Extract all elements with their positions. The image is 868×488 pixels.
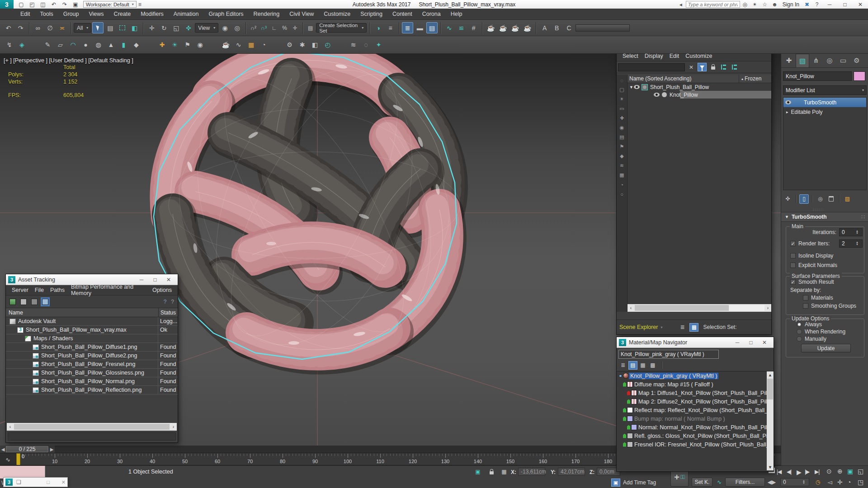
drag-dots-icon[interactable]: ∷ — [861, 214, 865, 220]
go-end-icon[interactable]: ▶| — [815, 469, 819, 475]
display-filter-icon[interactable]: ◆ — [618, 151, 627, 161]
material-label[interactable]: Normal: Normal_Knot_Pillow (Short_Plush_… — [637, 424, 774, 431]
display-filter-icon[interactable]: ☀ — [618, 94, 627, 104]
toolbar2-icon[interactable]: ∿ — [233, 39, 244, 51]
next-key-icon[interactable]: |▶ — [805, 469, 809, 475]
asset-row[interactable]: Maps / Shaders — [6, 334, 178, 343]
asset-row[interactable]: Short_Plush_Ball_Pillow_Glossiness.pngFo… — [6, 369, 178, 377]
percent-snap-icon[interactable]: % — [280, 23, 289, 33]
viewport-label[interactable]: [+ ] [Perspective ] [User Defined ] [Def… — [4, 57, 133, 64]
key-filters-button[interactable]: Filters... — [725, 478, 765, 487]
table-view-icon[interactable] — [42, 299, 48, 305]
toolbar2-icon[interactable]: ◴ — [322, 39, 333, 51]
knot-pillow-model[interactable] — [152, 54, 476, 388]
menu-select[interactable]: Select — [619, 53, 642, 59]
render-iters-checkbox[interactable]: ✓ — [790, 241, 796, 246]
expand-icon[interactable]: ▸ — [786, 110, 788, 114]
tab-modify[interactable]: ▧ — [796, 54, 809, 67]
panel-splitter[interactable]: :::::: — [813, 207, 824, 211]
menu-customize[interactable]: Customize — [319, 9, 355, 20]
isoline-checkbox[interactable] — [790, 253, 796, 258]
material-tree-row[interactable]: Refl. gloss.: Gloss_Knot_Pillow (Short_P… — [617, 432, 774, 440]
y-coordinate-field[interactable]: 42,017cm — [558, 468, 585, 476]
lock-icon[interactable] — [708, 63, 717, 71]
display-filter-icon[interactable]: ⚑ — [618, 142, 627, 151]
view-large-icons-icon[interactable]: ▩ — [648, 361, 657, 370]
material-tree-row[interactable]: Bump map: normal ( Normal Bump ) — [617, 414, 774, 423]
minimize-button[interactable]: ─ — [731, 339, 744, 346]
snap-toggle-2d-icon[interactable]: ∩² — [249, 23, 258, 33]
zoom-extents-all-icon[interactable]: ◱ — [858, 468, 863, 475]
menu-edit[interactable]: Edit — [666, 53, 683, 59]
close-button[interactable]: ✕ — [162, 277, 175, 283]
zoom-all-icon[interactable]: ⊕ — [837, 468, 843, 475]
vertical-scrollbar[interactable]: ▲ ▼ — [767, 371, 774, 470]
zoom-icon[interactable]: ⊙ — [826, 468, 832, 475]
view-list-icons-icon[interactable]: ▤ — [628, 361, 637, 370]
material-tree-row[interactable]: Map 1: Diffuse1_Knot_Pillow (Short_Plush… — [617, 389, 774, 397]
display-filter-icon[interactable]: ✚ — [618, 113, 627, 123]
menu-modifiers[interactable]: Modifiers — [136, 9, 169, 20]
material-tree-row[interactable]: Fresnel IOR: Fresnel_Knot_Pillow (Short_… — [617, 440, 774, 449]
menu-bitmap-performance[interactable]: Bitmap Performance and Memory — [68, 284, 149, 296]
spinner-snap-icon[interactable]: ✛ — [290, 23, 300, 33]
go-start-icon[interactable]: |◀ — [777, 469, 781, 475]
explorer-search-input[interactable] — [618, 63, 685, 71]
spinner-icon[interactable]: ▲▼ — [854, 241, 860, 246]
auto-key-curve-icon[interactable]: ∿ — [714, 478, 724, 487]
display-filter-icon[interactable]: ○ — [618, 189, 627, 199]
menu-create[interactable]: Create — [109, 9, 136, 20]
display-filter-icon[interactable]: ▤ — [618, 132, 627, 142]
previous-key-icon[interactable]: ◀| — [787, 469, 791, 475]
toolbar2-icon[interactable]: ✎ — [42, 39, 53, 51]
spinner-icon[interactable]: ▲▼ — [801, 480, 807, 484]
toolbar2-icon[interactable]: ▦ — [245, 39, 257, 51]
angle-snap-icon[interactable]: ∟ — [269, 23, 279, 33]
user-icon[interactable]: ☻ — [770, 1, 780, 8]
menu-tools[interactable]: Tools — [35, 9, 58, 20]
asset-name[interactable]: Short_Plush_Ball_Pillow_Diffuse2.png — [41, 352, 137, 359]
menu-options[interactable]: Options — [149, 287, 175, 293]
materials-checkbox[interactable] — [803, 295, 808, 300]
hierarchy-mode-icon[interactable]: ▩ — [689, 323, 698, 332]
bind-to-spacewarp-icon[interactable]: ≍ — [57, 22, 68, 33]
asset-row[interactable]: Short_Plush_Ball_Pillow_Normal.pngFound — [6, 377, 178, 386]
turbosmooth-rollout-header[interactable]: ▼ TurboSmooth ∷ — [781, 212, 868, 222]
render-preset-a-icon[interactable]: A — [539, 22, 550, 33]
modifier-list-dropdown[interactable]: Modifier List ▾ — [783, 85, 867, 95]
asset-name[interactable]: Short_Plush_Ball_Pillow_Fresnel.png — [41, 361, 135, 367]
toolbar2-icon[interactable]: ◔ — [258, 39, 269, 51]
material-tree-row[interactable]: Diffuse map: Map #15 ( Falloff ) — [617, 380, 774, 389]
undo-icon[interactable]: ↶ — [50, 1, 58, 8]
orbit-icon[interactable]: ◔ — [847, 479, 851, 486]
modifier-name[interactable]: Editable Poly — [791, 109, 823, 115]
toolbar2-icon[interactable]: ◌ — [360, 39, 372, 51]
select-and-move-icon[interactable]: ✛ — [146, 22, 157, 33]
new-file-icon[interactable]: ▢ — [17, 1, 25, 8]
toolbar2-icon[interactable]: ✦ — [373, 39, 384, 51]
toolbar2-icon[interactable]: ⚙ — [284, 39, 295, 51]
sign-in-link[interactable]: Sign In — [780, 1, 802, 8]
navigator-titlebar[interactable]: 3 Material/Map Navigator ─ □ ✕ — [617, 337, 774, 348]
tab-hierarchy[interactable]: ⋔ — [809, 54, 823, 67]
menu-graph-editors[interactable]: Graph Editors — [203, 9, 248, 20]
asset-row[interactable]: Short_Plush_Ball_Pillow_Diffuse1.pngFoun… — [6, 343, 178, 352]
add-time-tag[interactable]: ▣ Add Time Tag — [611, 479, 656, 487]
align-icon[interactable]: ≡ — [385, 22, 396, 33]
tab-motion[interactable]: ◎ — [823, 54, 836, 67]
menu-animation[interactable]: Animation — [169, 9, 204, 20]
toolbar2-icon[interactable]: ◍ — [93, 39, 104, 51]
toolbar2-icon[interactable]: ☀ — [169, 39, 180, 51]
maximize-viewport-icon[interactable]: ◳ — [858, 479, 863, 486]
refresh-icon[interactable] — [20, 299, 27, 305]
current-frame-field[interactable]: 0 ▲▼ — [780, 478, 809, 486]
rectangular-selection-icon[interactable] — [117, 22, 128, 33]
tab-create[interactable]: ✚ — [782, 54, 796, 67]
select-and-rotate-icon[interactable]: ↻ — [158, 22, 170, 33]
collapse-hierarchy-icon[interactable] — [730, 63, 739, 71]
always-radio[interactable] — [797, 322, 802, 327]
ribbon-toggle-icon[interactable]: ▬ — [414, 22, 425, 33]
scroll-right-icon[interactable]: › — [764, 305, 771, 310]
asset-row[interactable]: Autodesk VaultLogg... — [6, 317, 178, 326]
help-icon[interactable]: ? — [164, 299, 167, 305]
